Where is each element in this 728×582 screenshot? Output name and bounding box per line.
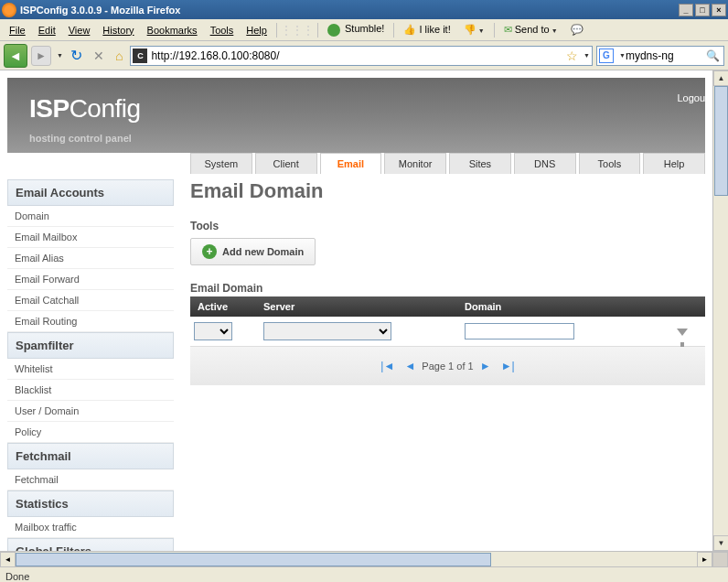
sidebar-section-email-accounts: Email Accounts xyxy=(7,179,174,206)
scroll-right-button[interactable]: ► xyxy=(697,552,712,566)
search-submit-icon[interactable]: 🔍 xyxy=(704,49,722,62)
sidebar-item-blacklist[interactable]: Blacklist xyxy=(7,380,174,401)
tab-help[interactable]: Help xyxy=(643,153,705,174)
sidebar-section-statistics: Statistics xyxy=(7,490,174,517)
sidebar-item-whitelist[interactable]: Whitelist xyxy=(7,359,174,380)
column-active[interactable]: Active xyxy=(190,301,263,312)
reload-button[interactable]: ↻ xyxy=(67,47,86,64)
add-domain-button[interactable]: + Add new Domain xyxy=(190,238,316,265)
sidebar-item-policy[interactable]: Policy xyxy=(7,422,174,443)
loading-icon: ⋮⋮⋮ xyxy=(281,24,314,37)
plus-icon: + xyxy=(202,244,217,259)
chat-icon[interactable]: 💬 xyxy=(565,22,589,38)
url-dropdown[interactable]: ▼ xyxy=(583,52,590,59)
sidebar-item-email-alias[interactable]: Email Alias xyxy=(7,248,174,269)
like-button[interactable]: 👍 I like it! xyxy=(398,22,455,38)
minimize-button[interactable]: _ xyxy=(679,4,693,16)
url-bar[interactable]: C ☆ ▼ xyxy=(130,46,593,66)
tools-label: Tools xyxy=(190,220,705,232)
table-header: Active Server Domain xyxy=(190,296,705,317)
sidebar-section-spamfilter: Spamfilter xyxy=(7,332,174,359)
menu-tools[interactable]: Tools xyxy=(205,23,240,38)
sidebar-item-domain[interactable]: Domain xyxy=(7,206,174,227)
sidebar-item-mailbox-traffic[interactable]: Mailbox traffic xyxy=(7,517,174,538)
sidebar-item-email-mailbox[interactable]: Email Mailbox xyxy=(7,227,174,248)
add-button-label: Add new Domain xyxy=(222,246,304,257)
nav-history-dropdown[interactable]: ▼ xyxy=(57,52,63,59)
tab-sites[interactable]: Sites xyxy=(449,153,511,174)
sidebar-section-global-filters: Global Filters xyxy=(7,538,174,551)
sidebar-item-email-routing[interactable]: Email Routing xyxy=(7,311,174,332)
search-input[interactable] xyxy=(626,49,704,62)
tab-tools[interactable]: Tools xyxy=(579,153,641,174)
sidebar-item-email-catchall[interactable]: Email Catchall xyxy=(7,290,174,311)
sendto-button[interactable]: ✉ Send to▼ xyxy=(498,22,563,38)
maximize-button[interactable]: □ xyxy=(695,4,710,16)
menu-edit[interactable]: Edit xyxy=(33,23,61,38)
search-box[interactable]: G ▼ 🔍 xyxy=(596,46,724,66)
scroll-thumb[interactable] xyxy=(714,86,728,196)
menu-bookmarks[interactable]: Bookmarks xyxy=(142,23,203,38)
scroll-down-button[interactable]: ▼ xyxy=(713,535,728,551)
tab-dns[interactable]: DNS xyxy=(514,153,576,174)
menu-file[interactable]: File xyxy=(4,23,31,38)
scroll-up-button[interactable]: ▲ xyxy=(713,70,728,86)
filter-server-select[interactable] xyxy=(263,322,391,340)
menu-view[interactable]: View xyxy=(63,23,96,38)
close-button[interactable]: × xyxy=(712,4,726,16)
google-icon[interactable]: G xyxy=(599,48,614,63)
main-content: Email Domain Tools + Add new Domain Emai… xyxy=(190,174,705,551)
site-favicon: C xyxy=(133,48,147,63)
page-title: Email Domain xyxy=(190,179,705,203)
window-title: ISPConfig 3.0.0.9 - Mozilla Firefox xyxy=(20,5,679,16)
last-page-icon[interactable]: ►| xyxy=(498,360,519,372)
scroll-left-button[interactable]: ◄ xyxy=(0,552,16,566)
column-server[interactable]: Server xyxy=(263,301,465,312)
app-header: ISPConfig hosting control panel Logou xyxy=(7,78,705,153)
status-text: Done xyxy=(5,571,29,582)
tab-client[interactable]: Client xyxy=(255,153,317,174)
window-titlebar: ISPConfig 3.0.0.9 - Mozilla Firefox _ □ … xyxy=(0,0,728,19)
sidebar-item-email-forward[interactable]: Email Forward xyxy=(7,269,174,290)
app-tagline: hosting control panel xyxy=(29,133,683,144)
logout-link[interactable]: Logou xyxy=(677,92,705,103)
first-page-icon[interactable]: |◄ xyxy=(377,360,398,372)
column-domain[interactable]: Domain xyxy=(465,301,659,312)
tab-email[interactable]: Email xyxy=(320,153,382,174)
app-logo: ISPConfig xyxy=(29,94,683,124)
browser-statusbar: Done xyxy=(0,566,728,582)
firefox-icon xyxy=(2,3,16,17)
sidebar-item-fetchmail[interactable]: Fetchmail xyxy=(7,469,174,490)
menu-help[interactable]: Help xyxy=(241,23,273,38)
browser-toolbar: ◄ ► ▼ ↻ ✕ ⌂ C ☆ ▼ G ▼ 🔍 xyxy=(0,41,728,70)
menu-history[interactable]: History xyxy=(97,23,139,38)
stop-button: ✕ xyxy=(90,48,108,63)
page-info: Page 1 of 1 xyxy=(422,361,473,372)
hscroll-thumb[interactable] xyxy=(16,553,491,566)
horizontal-scrollbar[interactable]: ◄ ► xyxy=(0,551,728,566)
url-input[interactable] xyxy=(151,49,562,62)
bookmark-star-icon[interactable]: ☆ xyxy=(562,48,582,63)
sidebar: Email AccountsDomainEmail MailboxEmail A… xyxy=(7,174,174,551)
table-filter-row xyxy=(190,317,705,347)
tab-system[interactable]: System xyxy=(190,153,252,174)
sidebar-item-user-domain[interactable]: User / Domain xyxy=(7,401,174,422)
dislike-button[interactable]: 👎▼ xyxy=(458,22,490,38)
nav-forward-button: ► xyxy=(31,46,51,66)
next-page-icon[interactable]: ► xyxy=(476,360,495,372)
filter-icon[interactable] xyxy=(677,329,688,336)
table-section-label: Email Domain xyxy=(190,282,705,295)
sidebar-section-fetchmail: Fetchmail xyxy=(7,443,174,469)
nav-back-button[interactable]: ◄ xyxy=(4,44,27,68)
top-nav-tabs: SystemClientEmailMonitorSitesDNSToolsHel… xyxy=(7,153,705,174)
vertical-scrollbar[interactable]: ▲ ▼ xyxy=(712,70,728,566)
tab-monitor[interactable]: Monitor xyxy=(384,153,446,174)
filter-active-select[interactable] xyxy=(194,322,232,340)
filter-domain-input[interactable] xyxy=(465,323,574,340)
prev-page-icon[interactable]: ◄ xyxy=(401,360,419,372)
home-button[interactable]: ⌂ xyxy=(112,48,126,63)
search-engine-dropdown[interactable]: ▼ xyxy=(619,52,626,59)
browser-menubar: File Edit View History Bookmarks Tools H… xyxy=(0,19,728,41)
browser-viewport: ISPConfig hosting control panel Logou Sy… xyxy=(0,70,728,566)
stumble-button[interactable]: Stumble! xyxy=(322,21,390,38)
